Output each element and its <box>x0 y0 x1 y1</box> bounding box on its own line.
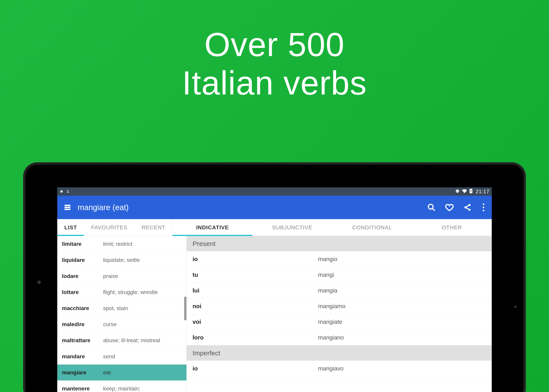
tablet-frame: 21:17 mangiare (eat) LISTF <box>26 165 523 392</box>
pronoun: lui <box>193 287 318 294</box>
verb-form: mangia <box>318 287 337 294</box>
verb-definition: spot, stain <box>103 305 128 311</box>
tab-left-favourites[interactable]: FAVOURITES <box>84 219 134 236</box>
verb-form: mangi <box>318 272 334 278</box>
svg-line-15 <box>466 205 469 207</box>
tense-header: Present <box>187 236 492 251</box>
pronoun: voi <box>193 319 318 325</box>
verb-definition: praise <box>103 273 118 279</box>
svg-point-1 <box>61 191 61 191</box>
appbar-title: mangiare (eat) <box>78 203 129 212</box>
wifi-icon <box>462 189 467 195</box>
heart-icon[interactable] <box>445 203 454 212</box>
search-icon[interactable] <box>427 203 436 212</box>
verb-word: maltrattare <box>62 337 103 343</box>
verb-row[interactable]: maltrattareabuse; ill-treat; mistreat <box>57 332 186 349</box>
android-statusbar: 21:17 <box>57 187 492 196</box>
verb-word: lottare <box>62 289 103 295</box>
verb-row[interactable]: liquidareliquidate; settle <box>57 252 186 268</box>
pronoun: io <box>193 365 318 372</box>
tab-right-indicative[interactable]: INDICATIVE <box>173 219 252 236</box>
dnd-icon <box>455 189 460 195</box>
conjugation-row: voimangiate <box>187 314 492 330</box>
pronoun: tu <box>193 272 318 278</box>
svg-point-10 <box>428 204 433 209</box>
verb-row[interactable]: lottareflight; struggle; wrestle <box>57 284 186 300</box>
tabs-row: LISTFAVOURITESRECENT INDICATIVESUBJUNCTI… <box>57 219 492 236</box>
verb-word: macchiare <box>62 305 103 311</box>
conjugation-row: iomangio <box>187 251 492 267</box>
tab-left-list[interactable]: LIST <box>57 219 84 236</box>
verb-definition: abuse; ill-treat; mistreat <box>103 337 160 343</box>
battery-icon <box>469 189 472 195</box>
verb-word: limitare <box>62 241 103 247</box>
verb-form: mangio <box>318 256 337 262</box>
verb-row[interactable]: lodarepraise <box>57 268 186 284</box>
share-icon[interactable] <box>463 203 472 212</box>
menu-icon[interactable] <box>63 203 72 212</box>
tablet-screen: 21:17 mangiare (eat) LISTF <box>57 187 492 392</box>
verb-definition: liquidate; settle <box>103 257 140 263</box>
verb-row[interactable]: macchiarespot, stain <box>57 300 186 316</box>
pronoun: noi <box>193 303 318 309</box>
marketing-headline: Over 500 Italian verbs <box>0 26 549 102</box>
svg-rect-6 <box>471 189 472 189</box>
conjugation-panel[interactable]: Presentiomangiotumangiluimangianoimangia… <box>187 236 492 392</box>
verb-definition: send <box>103 353 115 360</box>
verb-list[interactable]: limitarelimit; restrictliquidareliquidat… <box>57 236 187 392</box>
verb-form: mangiamo <box>318 303 345 309</box>
tablet-indicator <box>514 306 516 308</box>
verb-row[interactable]: mantenerekeep; maintain; <box>57 381 186 392</box>
verb-form: mangiavo <box>318 365 344 372</box>
verb-definition: keep; maintain; <box>103 385 140 392</box>
headline-line-1: Over 500 <box>0 26 549 64</box>
svg-rect-4 <box>457 191 458 191</box>
overflow-menu-icon[interactable] <box>481 203 486 211</box>
statusbar-time: 21:17 <box>476 189 489 195</box>
conjugation-row: iomangiavo <box>187 361 492 376</box>
verb-row[interactable]: mandaresend <box>57 349 186 364</box>
verb-row[interactable]: limitarelimit; restrict <box>57 236 186 252</box>
verb-definition: eat <box>103 370 111 376</box>
verb-form: mangiate <box>318 319 342 325</box>
verb-definition: limit; restrict <box>103 241 132 247</box>
pronoun: io <box>193 256 318 262</box>
tab-left-recent[interactable]: RECENT <box>134 219 172 236</box>
tablet-camera <box>37 280 41 284</box>
verb-definition: curse <box>103 321 116 328</box>
svg-rect-0 <box>60 190 63 192</box>
scrollbar-thumb[interactable] <box>184 297 186 320</box>
headline-line-2: Italian verbs <box>0 64 549 102</box>
verb-row[interactable]: mangiareeat <box>57 364 186 381</box>
verb-row[interactable]: maledirecurse <box>57 316 186 332</box>
tense-header: Imperfect <box>187 345 492 361</box>
verb-word: mandare <box>62 353 103 360</box>
download-icon <box>66 189 70 195</box>
debug-icon <box>60 189 63 195</box>
tab-right-conditional[interactable]: CONDITIONAL <box>332 219 412 236</box>
conjugation-row: luimangia <box>187 283 492 298</box>
tab-right-subjunctive[interactable]: SUBJUNCTIVE <box>252 219 332 236</box>
svg-line-16 <box>466 208 469 210</box>
verb-word: mangiare <box>62 370 103 376</box>
verb-form: mangiano <box>318 334 344 341</box>
verb-word: liquidare <box>62 257 103 263</box>
verb-word: maledire <box>62 321 103 328</box>
verb-word: mantenere <box>62 385 103 392</box>
pronoun: loro <box>193 334 318 341</box>
conjugation-row: noimangiamo <box>187 298 492 314</box>
verb-definition: flight; struggle; wrestle <box>103 289 158 295</box>
svg-point-2 <box>62 191 62 191</box>
verb-word: lodare <box>62 273 103 279</box>
svg-line-11 <box>432 208 435 211</box>
app-bar: mangiare (eat) <box>57 196 492 219</box>
tab-right-other[interactable]: OTHER <box>412 219 492 236</box>
conjugation-row: tumangi <box>187 267 492 283</box>
conjugation-row: loromangiano <box>187 330 492 345</box>
